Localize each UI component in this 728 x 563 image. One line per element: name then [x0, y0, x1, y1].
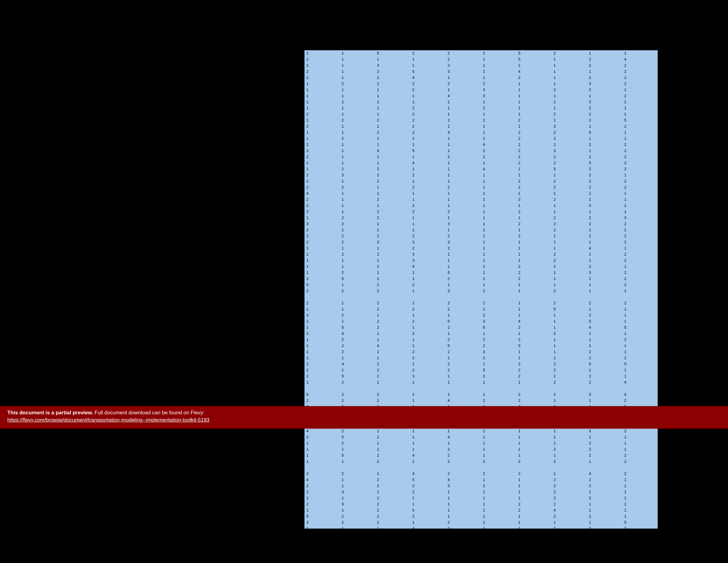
cell: 1	[375, 111, 410, 117]
cell: 1	[375, 227, 410, 233]
cell: 2	[622, 526, 658, 532]
table-row: 1113111212	[304, 257, 658, 263]
cell: 2	[552, 215, 587, 221]
cell: 1	[375, 495, 410, 501]
cell: 1	[516, 446, 552, 452]
table-row: 1223121222	[304, 251, 658, 257]
cell: 2	[410, 202, 446, 209]
cell: 1	[446, 355, 481, 361]
cell: 2	[304, 148, 340, 154]
cell: 1	[375, 93, 410, 99]
cell: 1	[552, 202, 587, 209]
cell: 1	[410, 343, 446, 349]
cell: 2	[481, 532, 516, 538]
cell: 2	[481, 251, 516, 257]
cell: 2	[375, 300, 410, 306]
cell: 1	[516, 519, 552, 526]
cell: 2	[340, 343, 375, 349]
cell: 2	[587, 379, 622, 385]
cell: 2	[304, 319, 340, 325]
cell: 4	[516, 69, 552, 75]
cell: 1	[481, 526, 516, 532]
cell: 2	[552, 477, 587, 483]
cell: 1	[410, 178, 446, 184]
table-row: 1114112252	[304, 160, 658, 166]
cell: 1	[340, 526, 375, 532]
cell: 2	[587, 62, 622, 69]
cell: 2	[410, 123, 446, 129]
cell: 1	[446, 160, 481, 166]
cell: 1	[340, 87, 375, 93]
cell: 1	[304, 355, 340, 361]
cell: 2	[587, 477, 622, 483]
cell: 1	[516, 215, 552, 221]
cell: 1	[304, 135, 340, 142]
cell: 4	[446, 477, 481, 483]
cell: 1	[375, 56, 410, 62]
cell: 2	[410, 245, 446, 251]
cell: 1	[375, 221, 410, 227]
cell: 2	[516, 337, 552, 343]
cell: 2	[552, 446, 587, 452]
cell: 4	[446, 93, 481, 99]
cell: 2	[375, 373, 410, 379]
cell: 1	[587, 337, 622, 343]
cell: 1	[516, 93, 552, 99]
cell: 2	[375, 263, 410, 269]
cell: 1	[516, 379, 552, 385]
cell: 2	[587, 178, 622, 184]
cell: 1	[481, 129, 516, 135]
cell: 1	[481, 245, 516, 251]
cell: 2	[552, 367, 587, 373]
table-row: 2412111211	[304, 331, 658, 337]
cell: 2	[304, 300, 340, 306]
cell: 1	[481, 209, 516, 215]
cell: 1	[552, 263, 587, 269]
cell: 5	[516, 343, 552, 349]
cell: 1	[446, 111, 481, 117]
cell: 1	[304, 93, 340, 99]
cell: 3	[622, 215, 658, 221]
cell: 3	[481, 93, 516, 99]
cell: 2	[552, 459, 587, 465]
cell: 2	[340, 81, 375, 87]
cell: 2	[410, 117, 446, 123]
cell: 2	[410, 367, 446, 373]
cell: 1	[552, 428, 587, 434]
cell: 1	[587, 276, 622, 282]
cell: 1	[446, 190, 481, 196]
cell: 1	[446, 501, 481, 507]
cell: 2	[481, 483, 516, 489]
cell: 2	[446, 184, 481, 190]
cell: 2	[622, 459, 658, 465]
cell: 1	[375, 312, 410, 319]
cell: 2	[622, 276, 658, 282]
cell: 2	[446, 62, 481, 69]
cell: 2	[481, 556, 516, 562]
cell: 2	[516, 129, 552, 135]
table-row: 4111121121	[304, 190, 658, 196]
cell: 2	[622, 282, 658, 288]
cell: 2	[410, 105, 446, 111]
cell: 4	[622, 379, 658, 385]
cell: 1	[410, 440, 446, 446]
table-row: 1111431112	[304, 93, 658, 99]
cell: 2	[446, 117, 481, 123]
cell: 2	[587, 56, 622, 62]
cell: 1	[410, 446, 446, 452]
cell: 2	[587, 215, 622, 221]
banner-link[interactable]: https://flevy.com/browse/document/transp…	[7, 417, 209, 423]
cell: 2	[375, 306, 410, 312]
cell: 1	[552, 349, 587, 355]
cell: 4	[481, 544, 516, 550]
cell: 1	[410, 221, 446, 227]
cell: 2	[446, 446, 481, 452]
cell: 2	[516, 325, 552, 331]
table-row: 1522124212	[304, 532, 658, 538]
cell: 2	[622, 69, 658, 75]
cell: 1	[622, 367, 658, 373]
cell: 2	[481, 519, 516, 526]
cell: 1	[446, 227, 481, 233]
table-row: 1221141522	[304, 166, 658, 172]
table-row: 2121123211	[304, 196, 658, 202]
